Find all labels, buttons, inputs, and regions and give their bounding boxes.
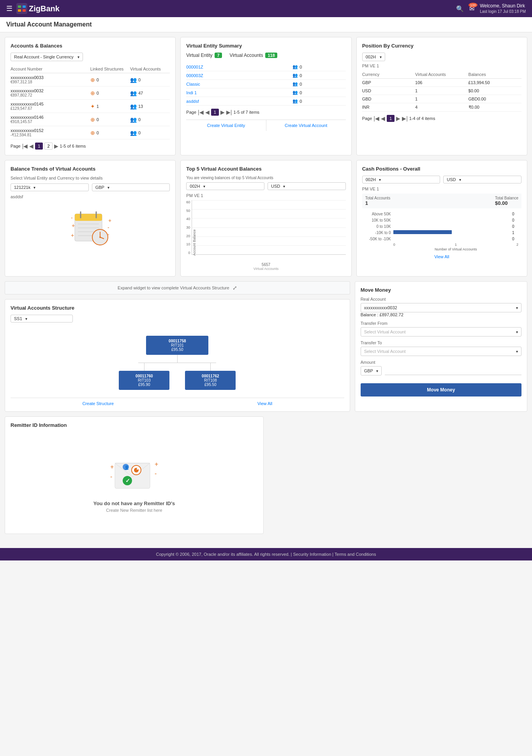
move-money-button[interactable]: Move Money	[361, 383, 521, 397]
tree-root-balance: £95.50	[151, 347, 204, 352]
create-virtual-entity-btn[interactable]: Create Virtual Entity	[186, 120, 266, 131]
next-page-btn[interactable]: ▶	[54, 143, 58, 149]
va-structure-select[interactable]: SS1	[11, 315, 73, 322]
expand-icon[interactable]: ⤢	[233, 285, 237, 291]
ve-row-4: Indi 1 👥0	[186, 88, 345, 97]
ve-link-3[interactable]: Classic	[186, 82, 292, 86]
mm-amount-row: GBP	[361, 366, 521, 375]
pbc-title: Position By Currency	[362, 43, 521, 49]
page-info: 1-5 of 6 items	[60, 144, 86, 148]
top5-x-sublabel: Virtual Accounts	[186, 267, 345, 271]
hb-row-2: 10K to 50K 0	[362, 218, 518, 222]
mm-transfer-to-select[interactable]: Select Virtual Account	[361, 347, 521, 356]
tree-child1-name: RIT103	[123, 378, 166, 382]
ve-last-btn[interactable]: ▶|	[226, 109, 232, 115]
acct-bal-3: £129,547.67	[11, 106, 90, 111]
cp-total-balance-val: $0.00	[495, 200, 518, 206]
svg-text:✓: ✓	[125, 478, 130, 484]
mm-amount-input[interactable]	[385, 367, 521, 375]
ve-link-5[interactable]: asddsf	[186, 99, 292, 104]
mm-transfer-to-placeholder: Select Virtual Account	[364, 349, 406, 354]
hamburger-icon[interactable]: ☰	[6, 4, 12, 13]
header: ☰ ZigBank 🔍 ✉ 100 Welcome, Shaun Dirk La…	[0, 0, 532, 17]
acct-num-1: xxxxxxxxxxx0033	[11, 75, 90, 80]
bt-chart-svg: - + + - + -	[67, 206, 114, 253]
pbc-row-1: GBP 106 £13,994.50	[362, 79, 521, 87]
pbc-accounts-3: 1	[415, 97, 468, 101]
cp-filter1[interactable]: 002H	[362, 176, 440, 183]
tree-child-2: 00011762 RIT108 £95.50	[185, 371, 236, 390]
pbc-next-btn[interactable]: ▶	[396, 115, 400, 122]
top5-filter1[interactable]: 002H	[186, 182, 264, 190]
tree-branch-2: 00011762 RIT108 £95.50	[185, 363, 236, 390]
prev-page-btn[interactable]: ◀	[29, 143, 33, 149]
person-icon-2: 👥	[130, 90, 137, 96]
link-icon-3: ✦	[90, 103, 95, 109]
accounts-table-header: Account Number Linked Structures Virtual…	[11, 65, 170, 73]
pbc-balance-2: $0.00	[469, 88, 521, 93]
bt-chart: - + + - + -	[11, 202, 170, 257]
svg-rect-2	[23, 5, 26, 8]
pbc-last-btn[interactable]: ▶|	[402, 115, 408, 122]
mm-real-account-value: xxxxxxxxxxx0032	[364, 305, 397, 310]
linked-4: 0	[97, 117, 99, 122]
mm-transfer-from-select[interactable]: Select Virtual Account	[361, 327, 521, 337]
expand-bar: Expand widget to view complete Virtual A…	[5, 281, 350, 294]
welcome-text: Welcome, Shaun Dirk	[480, 3, 526, 9]
first-page-btn[interactable]: |◀	[22, 143, 28, 149]
hb-val-2: 0	[511, 218, 518, 222]
ve-next-btn[interactable]: ▶	[220, 109, 225, 115]
linked-5: 0	[97, 130, 99, 135]
remitter-placeholder: ✓ 👤 + - + - You do not have any Remitter…	[11, 432, 258, 528]
acct-num-3: xxxxxxxxxxx0145	[11, 102, 90, 106]
search-icon[interactable]: 🔍	[456, 5, 464, 12]
hb-label-5: -50K to -10K	[362, 237, 393, 241]
mail-badge[interactable]: ✉ 100	[469, 5, 474, 12]
footer: Copyright © 2006, 2017, Oracle and/or it…	[0, 548, 532, 560]
ve-link-1[interactable]: 000001Z	[186, 65, 292, 69]
ve-page1-btn[interactable]: 1	[211, 109, 219, 116]
mm-transfer-from-field: Transfer From Select Virtual Account	[361, 321, 521, 337]
mm-currency-select[interactable]: GBP	[361, 366, 382, 375]
pbc-select[interactable]: 002H	[362, 53, 385, 61]
pbc-prev-btn[interactable]: ◀	[381, 115, 385, 122]
page-2-btn[interactable]: 2	[44, 143, 52, 150]
filter-row: Real Account - Single Currency	[11, 53, 170, 61]
cp-total-accounts-label: Total Accounts	[365, 196, 390, 200]
va-view-all-btn[interactable]: View All	[257, 401, 272, 406]
remitter-no-data-text: You do not have any Remitter ID's	[93, 500, 175, 506]
cp-total-balance: Total Balance $0.00	[495, 196, 518, 206]
pbc-row-4: INR 4 ₹0.00	[362, 103, 521, 112]
pbc-first-btn[interactable]: |◀	[373, 115, 379, 122]
page-1-btn[interactable]: 1	[35, 143, 43, 150]
cp-total-accounts-val: 1	[365, 200, 390, 206]
ve-link-2[interactable]: 000003Z	[186, 73, 292, 78]
svg-point-27	[137, 468, 138, 470]
account-type-select[interactable]: Real Account - Single Currency	[11, 53, 83, 61]
cp-filter2[interactable]: USD	[443, 176, 521, 183]
mm-real-account-select[interactable]: xxxxxxxxxxx0032	[361, 303, 521, 312]
ve-link-4[interactable]: Indi 1	[186, 90, 292, 95]
create-virtual-account-btn[interactable]: Create Virtual Account	[266, 120, 346, 131]
expand-text: Expand widget to view complete Virtual A…	[118, 285, 229, 290]
logo[interactable]: ZigBank	[16, 3, 60, 14]
row3: Expand widget to view complete Virtual A…	[5, 281, 527, 412]
ve-prev-btn[interactable]: ◀	[205, 109, 210, 115]
pbc-filter-label: 002H	[366, 55, 376, 59]
main-content: Accounts & Balances Real Account - Singl…	[0, 32, 532, 543]
cp-total-balance-label: Total Balance	[495, 196, 518, 200]
bt-currency-select[interactable]: GBP	[92, 183, 170, 191]
ve-entity-label: Virtual Entity	[186, 53, 212, 58]
top5-filter2[interactable]: USD	[268, 182, 346, 190]
tree-child1-balance: £95.90	[123, 382, 166, 387]
table-row: xxxxxxxxxxx0152-₹12,594.81 ⊕0 👥0	[11, 126, 170, 139]
accounts-pagination: Page |◀ ◀ 1 2 ▶ 1-5 of 6 items	[11, 143, 170, 150]
pbc-page1-btn[interactable]: 1	[387, 115, 395, 122]
accounts-balances-card: Accounts & Balances Real Account - Singl…	[5, 37, 176, 155]
create-structure-btn[interactable]: Create Structure	[82, 401, 114, 406]
ve-row-1: 000001Z 👥0	[186, 63, 345, 71]
ve-first-btn[interactable]: |◀	[198, 109, 204, 115]
bt-entity-select[interactable]: 121221k	[11, 183, 89, 191]
tree-container: 00011758 RIT101 £95.50 00011760	[11, 332, 344, 394]
view-all-link[interactable]: View All	[362, 254, 521, 259]
